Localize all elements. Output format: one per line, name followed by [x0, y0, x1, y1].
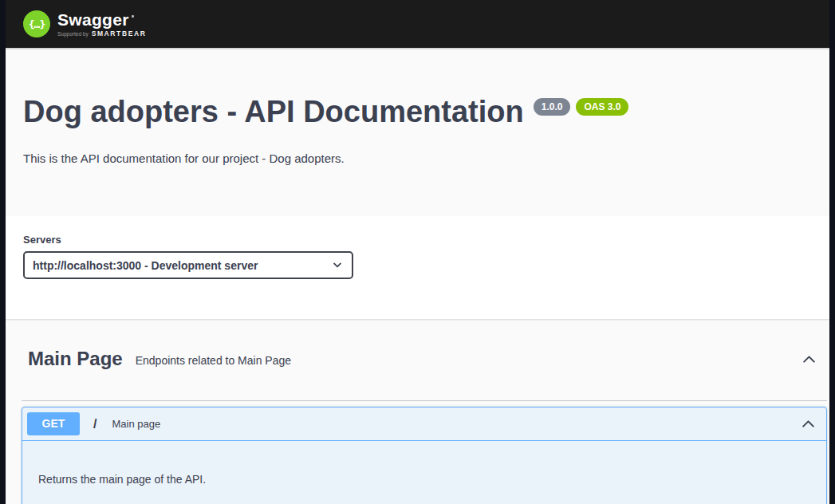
topbar: {…} Swagger Supported by SMARTBEAR	[6, 0, 829, 49]
page-title: Dog adopters - API Documentation	[23, 96, 524, 128]
version-badge: 1.0.0	[534, 98, 571, 116]
operation-summary: Main page	[112, 418, 160, 430]
opblock-body: Returns the main page of the API.	[22, 441, 826, 504]
chevron-up-icon[interactable]	[801, 351, 817, 368]
method-badge-get: GET	[27, 412, 80, 435]
swagger-ui-page: {…} Swagger Supported by SMARTBEAR Dog a…	[6, 0, 829, 504]
servers-select-wrap: http://localhost:3000 - Development serv…	[23, 251, 353, 279]
tagline: Supported by SMARTBEAR	[57, 30, 146, 37]
swagger-logo-link[interactable]: {…} Swagger Supported by SMARTBEAR	[23, 10, 146, 37]
trademark-icon	[132, 15, 134, 18]
chevron-up-icon[interactable]	[800, 415, 817, 432]
api-description: This is the API documentation for our pr…	[23, 152, 812, 165]
section-title: Main Page	[28, 348, 123, 370]
section-subtitle: Endpoints related to Main Page	[136, 352, 291, 367]
tagline-brand: SMARTBEAR	[92, 30, 147, 37]
swagger-logo-icon: {…}	[23, 10, 50, 37]
opblock-summary[interactable]: GET / Main page	[22, 408, 826, 441]
servers-select[interactable]: http://localhost:3000 - Development serv…	[23, 251, 353, 279]
brand-block: Swagger Supported by SMARTBEAR	[57, 11, 146, 37]
badges: 1.0.0 OAS 3.0	[534, 98, 629, 116]
servers-label: Servers	[23, 234, 812, 246]
scheme-container: Servers http://localhost:3000 - Developm…	[6, 216, 829, 319]
opblock-get-root: GET / Main page Returns the main page of…	[22, 407, 827, 504]
brand-name: Swagger	[57, 11, 129, 29]
section-header-main-page[interactable]: Main Page Endpoints related to Main Page	[22, 319, 827, 401]
operation-description: Returns the main page of the API.	[38, 473, 810, 486]
tagline-prefix: Supported by	[57, 31, 89, 37]
operations-wrapper: Main Page Endpoints related to Main Page…	[6, 319, 829, 504]
info-section: Dog adopters - API Documentation 1.0.0 O…	[6, 49, 829, 216]
operation-path: /	[93, 417, 96, 431]
oas-badge: OAS 3.0	[576, 98, 628, 116]
